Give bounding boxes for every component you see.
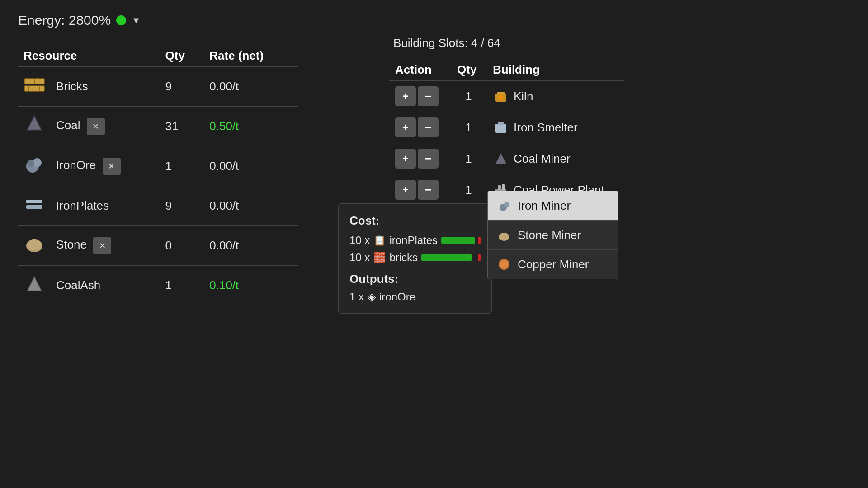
cost-name: ironPlates [389, 234, 438, 247]
col-qty: Qty [451, 59, 486, 81]
resource-qty-bricks: 9 [160, 67, 204, 107]
svg-rect-19 [497, 92, 505, 94]
col-resource: Resource [18, 45, 160, 67]
add-btn-coal-miner[interactable]: + [395, 149, 416, 169]
resource-qty-ironore: 1 [160, 146, 204, 186]
resource-name-stone: Stone ✕ [51, 226, 160, 266]
svg-rect-13 [26, 205, 42, 209]
resource-name-bricks: Bricks [51, 67, 160, 107]
svg-rect-12 [26, 200, 42, 203]
svg-rect-21 [495, 124, 506, 133]
svg-point-20 [499, 95, 503, 100]
resource-row-coalash: CoalAsh10.10/t [18, 266, 298, 305]
remove-btn-coal-power-plant[interactable]: − [418, 180, 439, 200]
remove-btn-coal-miner[interactable]: − [418, 149, 439, 169]
cost-panel: Cost: 10 x 📋 ironPlates 10 x 🧱 bricks Ou… [338, 203, 492, 314]
resource-icon-coal [18, 107, 51, 146]
dropdown-item-stone-miner[interactable]: Stone Miner [488, 221, 618, 250]
resource-rate-bricks: 0.00/t [204, 67, 298, 107]
output-name: ironOre [379, 291, 415, 303]
dropdown-label-iron-miner: Iron Miner [518, 199, 571, 213]
resource-rate-stone: 0.00/t [204, 226, 298, 266]
dropdown-icon-iron-miner [497, 198, 511, 213]
col-building: Building [486, 59, 624, 81]
energy-indicator [116, 15, 126, 25]
pin-btn-coal[interactable]: ✕ [87, 118, 105, 135]
dropdown-item-iron-miner[interactable]: Iron Miner [488, 191, 618, 221]
cost-row-bricks: 10 x 🧱 bricks [349, 251, 481, 264]
cost-bar-marker [478, 237, 481, 244]
svg-rect-25 [498, 185, 501, 190]
dropdown-icon-copper-miner [497, 257, 511, 272]
building-name-cell-iron-smelter: Iron Smelter [486, 112, 624, 143]
svg-rect-26 [502, 184, 505, 190]
building-name-coal-miner: Coal Miner [514, 152, 571, 166]
resource-qty-coal: 31 [160, 107, 204, 146]
building-qty-iron-smelter: 1 [451, 112, 486, 143]
resource-name-coalash: CoalAsh [51, 266, 160, 305]
resource-rate-coal: 0.50/t [204, 107, 298, 146]
col-qty: Qty [160, 45, 204, 67]
cost-row-ironPlates: 10 x 📋 ironPlates [349, 234, 481, 247]
building-name-cell-coal-miner: Coal Miner [486, 143, 624, 174]
resource-table: Resource Qty Rate (net) Bricks90.00/tCoa… [18, 45, 298, 305]
building-row-kiln: + − 1 Kiln [389, 81, 624, 112]
cost-bar-fill [421, 254, 472, 261]
building-icon-coal-miner [493, 150, 509, 167]
resource-name-ironplates: IronPlates [51, 186, 160, 226]
resource-rate-coalash: 0.10/t [204, 266, 298, 305]
action-cell-iron-smelter: + − [389, 112, 451, 143]
svg-point-11 [27, 160, 34, 167]
resource-qty-coalash: 1 [160, 266, 204, 305]
cost-bar-fill [441, 237, 475, 244]
col-action: Action [389, 59, 451, 81]
resource-rate-ironplates: 0.00/t [204, 186, 298, 226]
add-btn-iron-smelter[interactable]: + [395, 117, 416, 137]
building-row-iron-smelter: + − 1 Iron Smelter [389, 112, 624, 143]
resource-icon-coalash [18, 266, 51, 305]
cost-label: Cost: [349, 214, 481, 228]
remove-btn-kiln[interactable]: − [418, 86, 439, 106]
resource-icon-ironore [18, 146, 51, 186]
resource-section: Resource Qty Rate (net) Bricks90.00/tCoa… [0, 41, 316, 310]
building-qty-kiln: 1 [451, 81, 486, 112]
svg-point-29 [499, 233, 509, 241]
resource-icon-ironplates [18, 186, 51, 226]
svg-rect-2 [24, 86, 44, 91]
svg-point-28 [504, 202, 509, 207]
action-cell-coal-miner: + − [389, 143, 451, 174]
building-slots-label: Building Slots: 4 / 64 [389, 36, 624, 50]
cost-name: bricks [389, 251, 418, 264]
dropdown-item-copper-miner[interactable]: Copper Miner [488, 250, 618, 279]
svg-marker-23 [495, 153, 506, 164]
cost-amount: 10 x [349, 234, 370, 247]
building-qty-coal-miner: 1 [451, 143, 486, 174]
dropdown-icon-stone-miner [497, 228, 511, 242]
action-cell-kiln: + − [389, 81, 451, 112]
resource-name-ironore: IronOre ✕ [51, 146, 160, 186]
energy-label: Energy: 2800% [18, 13, 111, 28]
outputs-section: Outputs: 1 x ◈ ironOre [349, 272, 481, 303]
action-cell-coal-power-plant: + − [389, 174, 451, 206]
resource-row-stone: Stone ✕00.00/t [18, 226, 298, 266]
energy-dropdown-arrow[interactable]: ▼ [132, 15, 141, 26]
pin-btn-ironore[interactable]: ✕ [103, 158, 121, 175]
building-name-kiln: Kiln [514, 89, 533, 103]
dropdown-label-copper-miner: Copper Miner [518, 258, 589, 272]
cost-icon: 📋 [373, 235, 386, 246]
output-row-ironOre: 1 x ◈ ironOre [349, 291, 481, 303]
add-btn-coal-power-plant[interactable]: + [395, 180, 416, 200]
svg-marker-8 [28, 117, 41, 129]
building-dropdown-panel: Iron Miner Stone Miner Copper Miner [487, 191, 618, 279]
pin-btn-stone[interactable]: ✕ [93, 237, 111, 254]
remove-btn-iron-smelter[interactable]: − [418, 117, 439, 137]
building-section: Building Slots: 4 / 64 Action Qty Buildi… [389, 36, 624, 205]
svg-point-15 [27, 239, 42, 250]
resource-qty-ironplates: 9 [160, 186, 204, 226]
building-name-cell-kiln: Kiln [486, 81, 624, 112]
resource-row-ironore: IronOre ✕10.00/t [18, 146, 298, 186]
header: Energy: 2800% ▼ [0, 0, 868, 41]
resource-row-bricks: Bricks90.00/t [18, 67, 298, 107]
add-btn-kiln[interactable]: + [395, 86, 416, 106]
building-icon-iron-smelter [493, 119, 509, 136]
